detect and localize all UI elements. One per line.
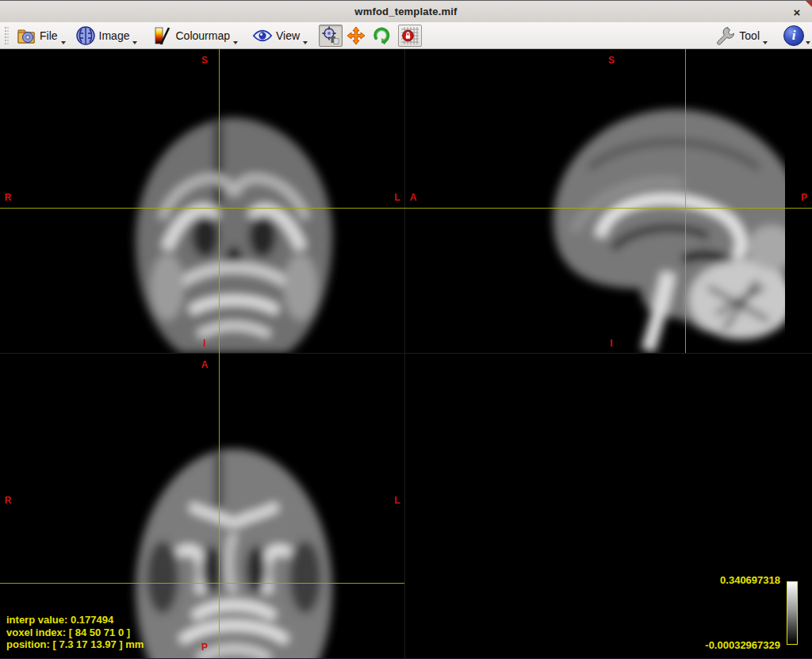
orientation-label-superior: S <box>608 55 615 66</box>
mrview-window: wmfod_template.mif × File Image <box>0 0 812 659</box>
colourmap-menu-button[interactable]: Colourmap <box>148 24 239 48</box>
crosshair-vertical-sagittal <box>685 49 686 353</box>
info-icon: i <box>783 25 804 46</box>
folder-icon <box>16 25 36 46</box>
rotate-button[interactable] <box>370 25 393 47</box>
viewport[interactable]: S R L I S A P I A R L P interp value: 0.… <box>0 49 812 659</box>
close-button[interactable]: × <box>788 3 806 21</box>
sagittal-brain-slice <box>405 49 812 353</box>
crosshair-horizontal-top <box>0 208 812 209</box>
image-menu-button[interactable]: Image <box>72 24 140 48</box>
file-menu-button[interactable]: File <box>13 24 67 48</box>
mode-button-group <box>319 25 422 47</box>
crosshair-vertical-left <box>219 49 220 659</box>
intensity-colorbar <box>787 581 798 645</box>
wrench-icon <box>715 25 736 46</box>
orientation-label-right: R <box>5 192 12 203</box>
eye-icon <box>252 25 273 46</box>
chevron-down-icon <box>303 41 308 44</box>
orientation-label-left: L <box>394 495 400 506</box>
orientation-label-right: R <box>5 495 12 506</box>
pan-button[interactable] <box>344 25 368 47</box>
panel-divider-vertical <box>404 49 405 659</box>
coronal-brain-slice <box>0 49 404 353</box>
panel-divider-horizontal <box>0 353 812 354</box>
orientation-label-posterior: P <box>801 192 807 203</box>
orientation-label-superior: S <box>201 55 208 66</box>
crosshair-horizontal-axial <box>0 583 404 584</box>
sagittal-view-panel[interactable] <box>405 49 812 353</box>
view-menu-label: View <box>276 29 300 42</box>
corner-decoration <box>806 1 812 7</box>
window-title: wmfod_template.mif <box>354 6 457 17</box>
colourmap-gradient-icon <box>151 25 172 46</box>
main-toolbar: File Image Colourmap <box>0 22 812 49</box>
toolbar-grip[interactable] <box>5 27 9 44</box>
brain-icon <box>75 25 96 46</box>
interp-value-text: interp value: 0.177494 <box>6 614 144 626</box>
titlebar[interactable]: wmfod_template.mif × <box>0 0 812 22</box>
image-menu-label: Image <box>99 29 130 42</box>
tool-menu-label: Tool <box>739 29 760 42</box>
orientation-label-posterior: P <box>201 642 208 653</box>
rotate-arrow-icon <box>372 26 391 45</box>
orientation-label-inferior: I <box>610 338 612 349</box>
info-button[interactable]: i <box>780 24 807 48</box>
colourmap-menu-label: Colourmap <box>175 29 229 42</box>
coronal-view-panel[interactable] <box>0 49 404 353</box>
move-arrows-icon <box>347 26 366 45</box>
colorbar-max-value: 0.340697318 <box>720 574 780 586</box>
empty-view-panel[interactable] <box>405 354 812 659</box>
tool-menu-button[interactable]: Tool <box>712 24 769 48</box>
focus-crosshair-button[interactable] <box>319 25 343 47</box>
orientation-label-anterior: A <box>201 359 209 370</box>
chevron-down-icon <box>233 41 238 44</box>
view-menu-button[interactable]: View <box>249 24 309 48</box>
crosshair-target-icon <box>321 26 340 45</box>
chevron-down-icon <box>61 41 66 44</box>
orientation-label-left: L <box>394 192 400 203</box>
chevron-down-icon <box>132 41 137 44</box>
grid-lock-icon <box>400 26 419 45</box>
orientation-label-anterior: A <box>410 192 417 203</box>
voxel-index-text: voxel index: [ 84 50 71 0 ] <box>6 626 144 639</box>
colorbar-min-value: -0.00032967329 <box>705 639 780 651</box>
orientation-label-inferior: I <box>203 338 205 349</box>
chevron-down-icon <box>763 41 768 44</box>
grid-lock-button[interactable] <box>398 25 422 47</box>
chevron-down-icon <box>806 41 810 44</box>
status-readout: interp value: 0.177494 voxel index: [ 84… <box>6 614 144 651</box>
position-text: position: [ 7.3 17 13.97 ] mm <box>6 638 144 651</box>
file-menu-label: File <box>40 29 58 42</box>
